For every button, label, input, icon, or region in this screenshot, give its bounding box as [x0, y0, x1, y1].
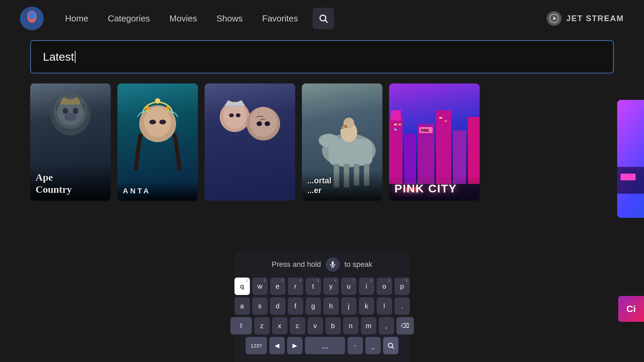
key-b[interactable]: b	[325, 317, 341, 335]
svg-point-31	[257, 121, 262, 126]
svg-rect-55	[439, 117, 442, 119]
key-x[interactable]: x	[272, 317, 287, 335]
mic-button[interactable]	[326, 257, 340, 272]
svg-point-39	[319, 134, 339, 147]
svg-rect-16	[60, 102, 80, 105]
key-f[interactable]: f	[288, 297, 303, 315]
key-r[interactable]: r4	[288, 278, 303, 295]
voice-hint: Press and hold to speak	[240, 257, 404, 272]
card-title-ape: ApeCountry	[36, 171, 105, 195]
key-hyphen[interactable]: -	[347, 337, 363, 354]
key-h[interactable]: h	[323, 297, 339, 315]
play-icon	[549, 14, 559, 23]
key-a[interactable]: a	[234, 297, 250, 315]
partial-card-cy[interactable]	[617, 100, 644, 218]
card-title-anta: ANTA	[123, 187, 193, 195]
key-m[interactable]: m	[361, 317, 376, 335]
logo-avatar[interactable]	[20, 7, 44, 30]
key-comma[interactable]: ,	[379, 317, 394, 335]
search-icon	[318, 13, 328, 23]
svg-point-2	[29, 11, 35, 19]
key-c[interactable]: c	[290, 317, 305, 335]
key-s[interactable]: s	[252, 297, 268, 315]
card-overlay-ape: ApeCountry	[30, 166, 111, 201]
search-enter-icon	[387, 342, 394, 349]
svg-point-21	[166, 106, 169, 109]
key-d[interactable]: d	[270, 297, 285, 315]
card-overlay-anta: ANTA	[117, 181, 198, 201]
key-u[interactable]: u7	[341, 278, 357, 295]
keyboard-row-4: 123? ◀ ▶ ⎵ - _	[240, 337, 404, 354]
key-period[interactable]: .	[394, 297, 410, 315]
svg-point-30	[250, 107, 277, 137]
key-backspace[interactable]: ⌫	[396, 317, 414, 335]
svg-rect-64	[332, 261, 334, 265]
key-t[interactable]: t5	[306, 278, 321, 295]
key-z[interactable]: z	[254, 317, 270, 335]
search-button[interactable]	[313, 8, 334, 29]
ci-badge: Ci	[618, 296, 644, 322]
header: Home Categories Movies Shows Favorites J…	[0, 0, 644, 37]
keyboard-row-3: ⇧ z x c v b n m , ⌫	[240, 317, 404, 335]
key-arrow-right[interactable]: ▶	[287, 337, 303, 354]
key-p[interactable]: p0	[394, 278, 410, 295]
svg-rect-63	[621, 174, 636, 180]
nav-favorites[interactable]: Favorites	[254, 11, 306, 26]
nav-categories[interactable]: Categories	[100, 11, 158, 26]
svg-rect-53	[398, 124, 401, 125]
key-y[interactable]: y6	[323, 278, 339, 295]
movie-card-pinkcity[interactable]: PINK PINK CITY	[389, 83, 480, 201]
brand-name: JET STREAM	[566, 14, 624, 23]
movie-card-immortal[interactable]: ...ortal...er	[302, 83, 382, 201]
card-overlay-immortal: ...ortal...er	[302, 171, 382, 201]
svg-point-19	[155, 98, 160, 104]
partial-card-bg	[617, 100, 644, 218]
key-k[interactable]: k	[359, 297, 374, 315]
partial-card-inner	[617, 100, 644, 218]
svg-point-14	[73, 108, 78, 114]
search-bar[interactable]: Latest	[30, 40, 614, 73]
svg-rect-26	[225, 105, 245, 107]
key-v[interactable]: v	[308, 317, 323, 335]
key-search-enter[interactable]	[383, 337, 398, 354]
svg-rect-61	[617, 100, 644, 218]
card-overlay-pinkcity: PINK CITY	[389, 176, 480, 201]
svg-text:PINK: PINK	[421, 129, 429, 132]
movie-card-royal[interactable]	[205, 83, 295, 201]
svg-point-20	[146, 106, 149, 109]
nav-movies[interactable]: Movies	[161, 11, 205, 26]
key-arrow-left[interactable]: ◀	[269, 337, 285, 354]
nav-shows[interactable]: Shows	[208, 11, 251, 26]
key-e[interactable]: e3	[270, 278, 285, 295]
svg-point-22	[149, 120, 156, 124]
cards-container: ApeCountry	[0, 83, 644, 204]
key-l[interactable]: l	[377, 297, 392, 315]
svg-point-67	[388, 343, 393, 348]
voice-hint-after: to speak	[344, 260, 372, 269]
svg-point-15	[64, 113, 76, 121]
key-space[interactable]: ⎵	[305, 337, 345, 354]
svg-point-23	[159, 120, 166, 124]
key-g[interactable]: g	[306, 297, 321, 315]
key-shift[interactable]: ⇧	[230, 317, 252, 335]
key-n[interactable]: n	[343, 317, 359, 335]
card-title-pinkcity: PINK CITY	[394, 182, 474, 195]
main-nav: Home Categories Movies Shows Favorites	[57, 8, 547, 29]
key-q[interactable]: q1	[234, 278, 250, 295]
brand-icon	[547, 11, 561, 26]
key-123[interactable]: 123?	[246, 337, 267, 354]
key-j[interactable]: j	[341, 297, 357, 315]
movie-card-ape-country[interactable]: ApeCountry	[30, 83, 111, 201]
svg-marker-7	[553, 16, 556, 20]
keyboard-row-1: q1 w2 e3 r4 t5 y6 u7 i8 o9 p0	[240, 278, 404, 295]
key-w[interactable]: w2	[252, 278, 268, 295]
movie-card-anta[interactable]: ANTA	[117, 83, 198, 201]
svg-point-27	[229, 113, 234, 117]
svg-line-5	[325, 20, 328, 23]
svg-rect-56	[444, 120, 447, 122]
key-o[interactable]: o9	[377, 278, 392, 295]
svg-rect-52	[394, 124, 397, 125]
key-underscore[interactable]: _	[365, 337, 381, 354]
key-i[interactable]: i8	[359, 278, 374, 295]
nav-home[interactable]: Home	[57, 11, 96, 26]
